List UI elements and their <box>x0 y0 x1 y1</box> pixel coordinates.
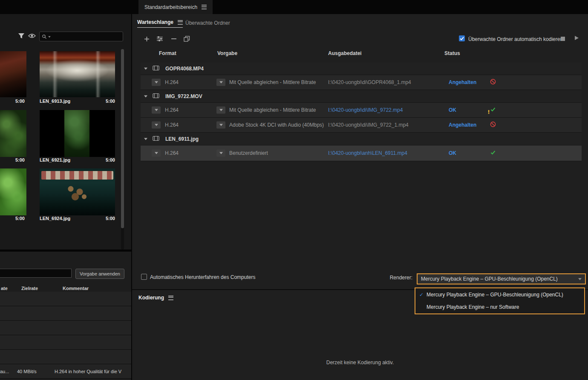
preset-dropdown[interactable] <box>216 79 225 86</box>
preset-dropdown[interactable] <box>216 122 225 129</box>
thumbnail-partial-2[interactable] <box>0 110 26 157</box>
thumbnail-partial-3[interactable] <box>0 168 26 215</box>
output-path-link[interactable]: I:\0420-uongbi\anh\LEN_6911.mp4 <box>328 150 407 156</box>
preset-row[interactable] <box>0 292 131 306</box>
queue-group-row[interactable]: LEN_6911.jpg <box>141 133 582 145</box>
eye-icon[interactable] <box>28 33 36 40</box>
preset-dropdown[interactable] <box>216 107 225 114</box>
workspace-menu-icon[interactable] <box>202 5 207 9</box>
status-label: OK <box>449 107 456 113</box>
queue-group-row[interactable]: IMG_9722.MOV <box>141 90 582 103</box>
collapse-chevron-icon[interactable] <box>144 67 147 70</box>
stop-queue-button[interactable] <box>561 37 565 41</box>
preset-name-partial: au... <box>0 369 9 374</box>
preset-row[interactable] <box>0 350 131 364</box>
media-browser-panel: 5:00 LEN_6913.jpg 5:00 5:00 LEN_6921.jpg… <box>0 14 131 249</box>
collapse-chevron-icon[interactable] <box>144 138 147 140</box>
status-stopped-icon <box>490 79 496 86</box>
workspace-tab[interactable]: Standardarbeitsbereich <box>138 0 213 14</box>
encoding-panel-menu-icon[interactable] <box>168 296 173 300</box>
shutdown-label: Automatisches Herunterfahren des Compute… <box>150 274 255 280</box>
thumbnail-partial-1[interactable] <box>0 51 26 97</box>
output-path[interactable]: I:\0420-uongbi\di\GOPR4068_1.mp4 <box>328 79 411 85</box>
start-queue-button[interactable] <box>575 36 579 40</box>
format-dropdown[interactable] <box>152 150 161 157</box>
preset-label: Mit Quelle abgleichen - Mittlere Bitrate <box>229 79 316 85</box>
tab-warteschlange[interactable]: Warteschlange <box>137 19 183 28</box>
preset-dropdown[interactable] <box>216 150 225 157</box>
renderer-select[interactable]: Mercury Playback Engine – GPU-Beschleuni… <box>417 273 586 284</box>
media-scrollbar-thumb[interactable] <box>121 49 124 228</box>
panel-divider-left[interactable] <box>0 249 131 252</box>
auto-encode-checkbox[interactable] <box>459 35 465 41</box>
clip-duration: 5:00 <box>106 99 115 104</box>
auto-encode-label: Überwachte Ordner automatisch kodieren <box>468 36 563 42</box>
apply-preset-button[interactable]: Vorgabe anwenden <box>75 269 124 279</box>
status-stopped-icon <box>490 122 496 129</box>
queue-group-row[interactable]: GOPR4068.MP4 <box>141 62 582 75</box>
queue-item-row[interactable]: H.264 Adobe Stock 4K DCI with Audio (40M… <box>141 118 582 133</box>
status-done-warning-icon: ! <box>490 107 496 114</box>
column-header-zielrate[interactable]: Zielrate <box>21 286 38 291</box>
queue-panel-menu-icon[interactable] <box>178 20 183 25</box>
preset-label: Adobe Stock 4K DCI with Audio (40Mbps) <box>229 122 324 128</box>
output-path[interactable]: I:\0420-uongbi\di\IMG_9722_1.mp4 <box>328 122 409 128</box>
preset-row[interactable] <box>0 321 131 335</box>
search-icon <box>42 34 47 41</box>
add-source-button[interactable] <box>142 35 151 43</box>
media-scrollbar[interactable] <box>121 49 124 249</box>
thumbnail-image <box>0 168 26 215</box>
tab-warteschlange-label: Warteschlange <box>137 19 173 25</box>
status-label: Angehalten <box>449 79 476 85</box>
thumbnail-image <box>0 51 26 97</box>
collapse-chevron-icon[interactable] <box>144 95 147 97</box>
add-preset-sliders-icon[interactable] <box>156 35 164 43</box>
preset-row[interactable] <box>0 335 131 350</box>
format-label: H.264 <box>165 107 179 113</box>
status-label: OK <box>449 150 456 156</box>
queue-item-row[interactable]: H.264 Mit Quelle abgleichen - Mittlere B… <box>141 103 582 118</box>
tab-kodierung[interactable]: Kodierung <box>138 295 173 301</box>
column-header-bitrate[interactable]: ate <box>1 286 8 291</box>
search-input[interactable] <box>39 32 123 41</box>
source-name: GOPR4068.MP4 <box>165 66 204 72</box>
duplicate-button[interactable] <box>182 35 191 43</box>
selected-check-icon: ✓ <box>419 292 424 298</box>
search-scope-chevron-icon[interactable] <box>48 36 51 38</box>
remove-button[interactable] <box>170 35 178 43</box>
source-name: LEN_6911.jpg <box>165 136 199 142</box>
format-label: H.264 <box>165 122 179 128</box>
thumbnail-LEN_6924[interactable] <box>40 168 115 215</box>
queue-item-row-selected[interactable]: H.264 Benutzerdefiniert I:\0420-uongbi\a… <box>141 145 582 161</box>
encoding-empty-message: Derzeit keine Kodierung aktiv. <box>132 360 588 365</box>
format-label: H.264 <box>165 150 179 156</box>
output-path-link[interactable]: I:\0420-uongbi\di\IMG_9722.mp4 <box>328 107 403 113</box>
format-dropdown[interactable] <box>152 79 161 86</box>
tab-ueberwachte-ordner[interactable]: Überwachte Ordner <box>185 20 230 26</box>
clip-icon <box>153 135 159 142</box>
thumbnail-LEN_6921[interactable] <box>40 110 115 157</box>
thumbnail-LEN_6913[interactable] <box>40 51 115 97</box>
clip-duration: 5:00 <box>15 99 25 104</box>
select-chevron-icon <box>578 278 582 280</box>
source-name: IMG_9722.MOV <box>165 93 202 99</box>
preset-label: Mit Quelle abgleichen - Mittlere Bitrate <box>229 107 316 113</box>
renderer-option-gpu[interactable]: ✓ Mercury Playback Engine – GPU-Beschleu… <box>415 288 584 301</box>
column-header-kommentar[interactable]: Kommentar <box>63 286 89 291</box>
apply-preset-label: Vorgabe anwenden <box>80 271 120 276</box>
renderer-option-software[interactable]: Mercury Playback Engine – nur Software <box>415 301 584 314</box>
preset-row[interactable]: au... 40 MBit/s H.264 in hoher Qualität … <box>0 364 131 379</box>
workspace-tab-label: Standardarbeitsbereich <box>144 4 197 10</box>
column-header-format: Format <box>159 50 176 56</box>
top-bar: Standardarbeitsbereich <box>0 0 588 14</box>
thumbnail-image <box>0 110 26 157</box>
preset-row[interactable] <box>0 306 131 321</box>
preset-search-input[interactable] <box>0 269 72 278</box>
clip-duration: 5:00 <box>15 216 25 221</box>
queue-item-row[interactable]: H.264 Mit Quelle abgleichen - Mittlere B… <box>141 75 582 90</box>
format-dropdown[interactable] <box>152 107 161 114</box>
filter-icon[interactable] <box>18 33 25 40</box>
panel-divider-vertical[interactable] <box>131 14 132 380</box>
format-dropdown[interactable] <box>152 122 161 129</box>
shutdown-checkbox[interactable] <box>141 274 147 280</box>
